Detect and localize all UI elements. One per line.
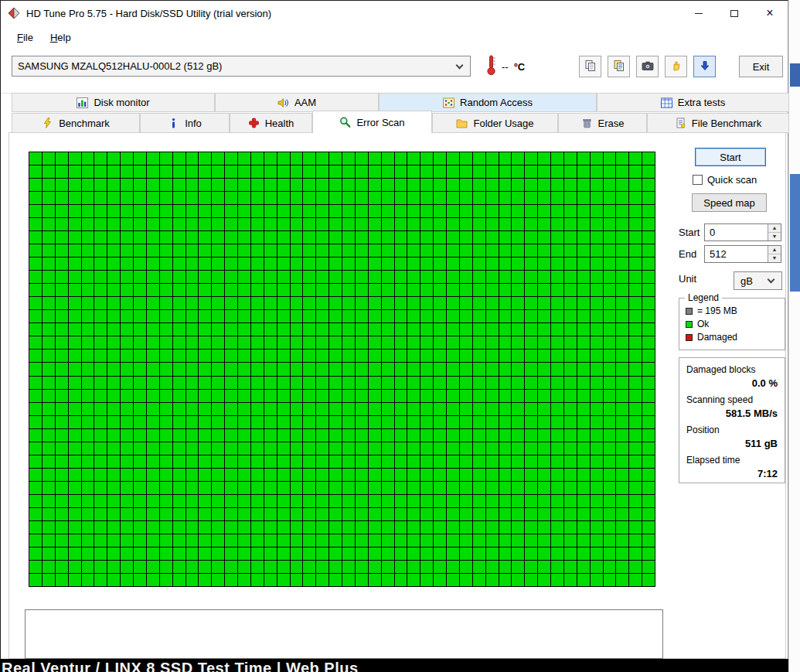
scan-block (382, 192, 394, 204)
scan-block (486, 521, 499, 534)
scan-block (629, 205, 642, 217)
scan-block (29, 442, 42, 455)
scan-block (499, 495, 512, 507)
tab-disk-monitor[interactable]: Disk monitor (12, 93, 215, 112)
minimize-button[interactable] (681, 1, 717, 26)
copy-button[interactable] (579, 56, 601, 77)
tab-health[interactable]: Health (230, 113, 312, 133)
scan-block (460, 179, 472, 191)
end-range-input[interactable]: 512 ▲ ▼ (704, 245, 781, 263)
titlebar: HD Tune Pro 5.75 - Hard Disk/SSD Utility… (1, 1, 788, 26)
tab-benchmark[interactable]: Benchmark (12, 113, 140, 133)
scan-block (525, 495, 537, 507)
screen: Real Ventur / LINX 8 SSD Test Time | Web… (0, 0, 800, 672)
start-range-input[interactable]: 0 ▲ ▼ (704, 223, 781, 241)
scan-block (356, 429, 368, 442)
scan-block (525, 455, 537, 468)
scan-block (499, 297, 512, 309)
quick-scan-option[interactable]: Quick scan (693, 174, 757, 186)
scan-block (447, 403, 459, 415)
maximize-button[interactable] (717, 1, 752, 26)
scan-block (420, 403, 433, 415)
scan-block (473, 363, 485, 375)
scan-block (564, 205, 577, 217)
scan-block (173, 547, 186, 560)
scan-block (303, 284, 315, 296)
scan-block (291, 297, 303, 309)
scan-block (342, 508, 355, 520)
scan-block (316, 377, 329, 389)
scan-block (212, 482, 224, 494)
menu-file[interactable]: File (10, 29, 40, 46)
scan-block (303, 336, 315, 349)
scan-block (460, 244, 472, 257)
scan-block (251, 350, 264, 362)
spin-up-icon[interactable]: ▲ (768, 224, 781, 233)
exit-button[interactable]: Exit (739, 56, 783, 77)
scan-block (616, 390, 628, 402)
scan-block (604, 403, 616, 415)
scan-block (186, 271, 199, 283)
tab-random-access[interactable]: Random Access (379, 93, 597, 112)
tab-error-scan[interactable]: Error Scan (312, 111, 432, 133)
speed-map-button[interactable]: Speed map (692, 193, 767, 212)
scan-block (642, 297, 655, 309)
tab-info[interactable]: Info (140, 113, 230, 133)
scan-block (212, 271, 224, 283)
spin-down-icon[interactable]: ▼ (768, 233, 781, 240)
download-update-button[interactable] (693, 56, 716, 77)
tab-file-benchmark[interactable]: File Benchmark (647, 113, 789, 133)
scan-block (264, 271, 277, 283)
scan-block (29, 469, 42, 481)
scan-block (629, 403, 642, 415)
drive-selector[interactable]: SAMSUNG MZALQ512HALU-000L2 (512 gB) (12, 56, 471, 77)
spin-down-icon[interactable]: ▼ (768, 254, 781, 262)
tab-erase[interactable]: Erase (558, 113, 647, 133)
scan-block (238, 403, 250, 415)
scan-block (591, 258, 603, 270)
scan-block (486, 323, 499, 336)
copy-results-button[interactable] (608, 56, 630, 77)
end-range-label: End (679, 248, 696, 260)
scan-block (277, 231, 290, 244)
scan-block (473, 231, 485, 244)
scan-block (604, 416, 616, 428)
tab-extra-tests[interactable]: Extra tests (597, 93, 789, 112)
screenshot-button[interactable] (636, 56, 659, 77)
hand-button[interactable] (665, 56, 687, 77)
scan-block (629, 350, 642, 362)
scan-block (160, 508, 172, 520)
scan-block (512, 258, 524, 270)
scan-block (356, 469, 368, 481)
start-scan-button[interactable]: Start (695, 148, 766, 166)
scan-block (303, 403, 315, 415)
close-button[interactable]: × (752, 1, 788, 26)
legend: Legend = 195 MB Ok Damaged (679, 298, 785, 350)
scan-block (225, 363, 237, 375)
scan-block (499, 442, 512, 455)
scan-block (629, 508, 642, 520)
spin-up-icon[interactable]: ▲ (768, 246, 781, 254)
unit-selector[interactable]: gB (734, 271, 782, 290)
scan-block (369, 363, 381, 375)
scan-block (486, 455, 499, 468)
scan-block (329, 455, 342, 468)
scan-block (564, 508, 577, 520)
scan-block (238, 482, 250, 494)
file-benchmark-icon (675, 118, 686, 128)
scan-block (56, 297, 68, 309)
scan-log-textbox[interactable] (25, 609, 663, 659)
scan-block (277, 495, 290, 507)
scan-block (356, 179, 368, 191)
scan-block (434, 469, 446, 481)
scan-block (407, 323, 420, 336)
scan-block (134, 165, 146, 178)
scan-block (420, 258, 433, 270)
scan-block (604, 442, 616, 455)
tab-folder-usage[interactable]: Folder Usage (432, 113, 558, 133)
stat-label: Elapsed time (686, 454, 778, 467)
quick-scan-checkbox[interactable] (693, 175, 703, 185)
menu-help[interactable]: Help (43, 29, 78, 46)
scan-block (291, 469, 303, 481)
tab-aam[interactable]: AAM (215, 93, 379, 112)
